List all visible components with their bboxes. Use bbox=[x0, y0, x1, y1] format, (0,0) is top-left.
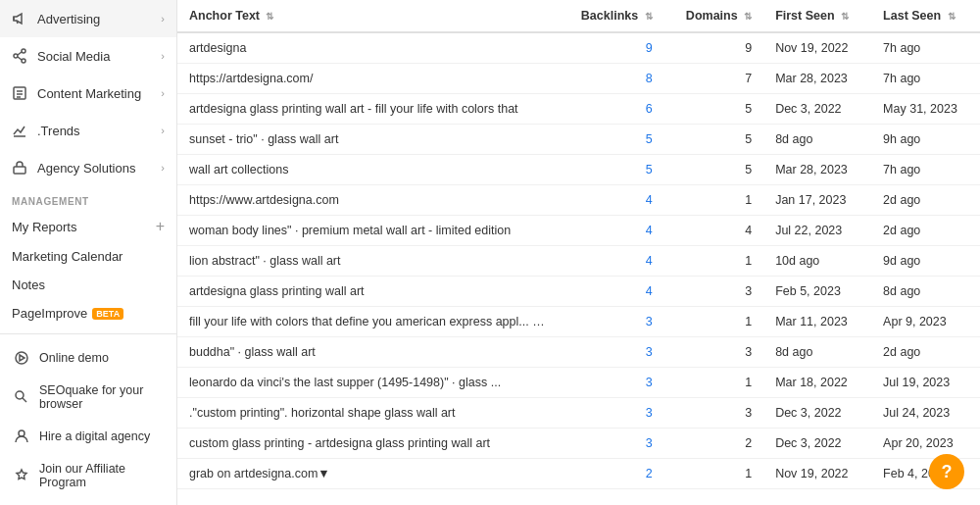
cell-first-seen: Nov 19, 2022 bbox=[763, 32, 871, 64]
sidebar-item-advertising[interactable]: Advertising › bbox=[0, 0, 176, 37]
table-row[interactable]: grab on artdesigna.com▼21Nov 19, 2022Feb… bbox=[177, 459, 980, 489]
cell-first-seen: 8d ago bbox=[763, 125, 871, 155]
sidebar-item-affiliate[interactable]: Join our Affiliate Program bbox=[0, 454, 176, 497]
cell-domains: 1 bbox=[664, 459, 763, 489]
table-row[interactable]: woman body lines" · premium metal wall a… bbox=[177, 216, 980, 246]
cell-anchor-text: wall art collections bbox=[177, 155, 559, 185]
cell-domains: 1 bbox=[664, 246, 763, 277]
sidebar-item-hire-agency[interactable]: Hire a digital agency bbox=[0, 419, 176, 454]
sidebar-item-social-media[interactable]: Social Media › bbox=[0, 37, 176, 75]
sidebar-item-seoquake[interactable]: SEOquake for your browser bbox=[0, 376, 176, 419]
col-last-seen[interactable]: Last Seen ⇅ bbox=[871, 0, 980, 32]
cell-domains: 2 bbox=[664, 429, 763, 459]
cell-first-seen: Mar 11, 2023 bbox=[763, 307, 871, 337]
table-row[interactable]: artdesigna glass printing wall art - fil… bbox=[177, 94, 980, 125]
content-icon bbox=[10, 83, 29, 103]
marketing-calendar-label: Marketing Calendar bbox=[12, 249, 122, 264]
cell-domains: 5 bbox=[664, 94, 763, 125]
cell-domains: 3 bbox=[664, 337, 763, 368]
cell-backlinks: 3 bbox=[559, 429, 664, 459]
hire-agency-label: Hire a digital agency bbox=[39, 429, 150, 443]
sidebar-item-custom-db[interactable]: Order custom database or report bbox=[0, 497, 176, 505]
add-report-icon[interactable]: + bbox=[156, 218, 165, 235]
cell-domains: 1 bbox=[664, 307, 763, 337]
sidebar-item-online-demo[interactable]: Online demo bbox=[0, 340, 176, 376]
table-row[interactable]: artdesigna99Nov 19, 20227h ago bbox=[177, 32, 980, 64]
table-body: artdesigna99Nov 19, 20227h agohttps://ar… bbox=[177, 32, 980, 489]
cell-backlinks: 5 bbox=[559, 155, 664, 185]
cell-first-seen: Mar 18, 2022 bbox=[763, 368, 871, 398]
cell-first-seen: Nov 19, 2022 bbox=[763, 459, 871, 489]
cell-last-seen: 9h ago bbox=[871, 125, 980, 155]
table-row[interactable]: https://www.artdesigna.com41Jan 17, 2023… bbox=[177, 185, 980, 216]
sidebar-item-social-media-label: Social Media bbox=[37, 49, 110, 64]
chevron-right-icon: › bbox=[161, 125, 165, 136]
sidebar-item-trends[interactable]: .Trends › bbox=[0, 112, 176, 149]
sidebar-item-advertising-label: Advertising bbox=[37, 12, 100, 26]
cell-last-seen: 2d ago bbox=[871, 337, 980, 368]
trends-icon bbox=[10, 121, 29, 140]
cell-first-seen: Mar 28, 2023 bbox=[763, 155, 871, 185]
cell-domains: 3 bbox=[664, 277, 763, 307]
cell-first-seen: Dec 3, 2022 bbox=[763, 429, 871, 459]
cell-backlinks: 5 bbox=[559, 125, 664, 155]
pageimprove-label: PageImprove bbox=[12, 306, 87, 321]
col-backlinks-label: Backlinks bbox=[581, 9, 638, 23]
sort-backlinks-icon: ⇅ bbox=[645, 11, 653, 22]
megaphone-icon bbox=[10, 9, 29, 28]
cell-last-seen: May 31, 2023 bbox=[871, 94, 980, 125]
chevron-right-icon: › bbox=[161, 87, 165, 99]
cell-backlinks: 4 bbox=[559, 185, 664, 216]
table-row[interactable]: artdesigna glass printing wall art43Feb … bbox=[177, 277, 980, 307]
cell-first-seen: Mar 28, 2023 bbox=[763, 64, 871, 94]
cell-backlinks: 4 bbox=[559, 216, 664, 246]
table-row[interactable]: leonardo da vinci's the last supper (149… bbox=[177, 368, 980, 398]
col-anchor-text[interactable]: Anchor Text ⇅ bbox=[177, 0, 559, 32]
cell-last-seen: 2d ago bbox=[871, 216, 980, 246]
social-icon bbox=[10, 46, 29, 66]
cell-anchor-text: https://artdesigna.com/ bbox=[177, 64, 559, 94]
cell-anchor-text: sunset - trio" · glass wall art bbox=[177, 125, 559, 155]
sidebar-item-marketing-calendar[interactable]: Marketing Calendar bbox=[0, 242, 176, 271]
cell-first-seen: Dec 3, 2022 bbox=[763, 398, 871, 429]
sidebar-item-notes[interactable]: Notes bbox=[0, 271, 176, 299]
table-row[interactable]: https://artdesigna.com/87Mar 28, 20237h … bbox=[177, 64, 980, 94]
cell-last-seen: 7h ago bbox=[871, 155, 980, 185]
table-row[interactable]: buddha" · glass wall art338d ago2d ago bbox=[177, 337, 980, 368]
cell-backlinks: 8 bbox=[559, 64, 664, 94]
cell-first-seen: 8d ago bbox=[763, 337, 871, 368]
sidebar-item-content-marketing[interactable]: Content Marketing › bbox=[0, 75, 176, 112]
svg-line-5 bbox=[18, 57, 22, 60]
col-backlinks[interactable]: Backlinks ⇅ bbox=[559, 0, 664, 32]
cell-first-seen: Jan 17, 2023 bbox=[763, 185, 871, 216]
help-button[interactable]: ? bbox=[929, 454, 964, 489]
sidebar-item-my-reports[interactable]: My Reports + bbox=[0, 211, 176, 242]
sidebar-item-agency-solutions[interactable]: Agency Solutions › bbox=[0, 149, 176, 186]
sidebar-item-pageimprove[interactable]: PageImprove Beta bbox=[0, 299, 176, 328]
col-domains-label: Domains bbox=[686, 9, 738, 23]
cell-domains: 1 bbox=[664, 368, 763, 398]
col-domains[interactable]: Domains ⇅ bbox=[664, 0, 763, 32]
cell-first-seen: 10d ago bbox=[763, 246, 871, 277]
chevron-right-icon: › bbox=[161, 50, 165, 62]
cell-backlinks: 3 bbox=[559, 398, 664, 429]
svg-point-3 bbox=[22, 59, 25, 63]
table-row[interactable]: wall art collections55Mar 28, 20237h ago bbox=[177, 155, 980, 185]
svg-rect-11 bbox=[14, 167, 25, 174]
table-row[interactable]: custom glass printing - artdesigna glass… bbox=[177, 429, 980, 459]
table-row[interactable]: sunset - trio" · glass wall art558d ago9… bbox=[177, 125, 980, 155]
cell-anchor-text: woman body lines" · premium metal wall a… bbox=[177, 216, 559, 246]
table-row[interactable]: lion abstract" · glass wall art4110d ago… bbox=[177, 246, 980, 277]
demo-icon bbox=[12, 348, 31, 368]
col-last-seen-label: Last Seen bbox=[883, 9, 941, 23]
cell-last-seen: 8d ago bbox=[871, 277, 980, 307]
cell-domains: 4 bbox=[664, 216, 763, 246]
cell-backlinks: 4 bbox=[559, 277, 664, 307]
sort-last-seen-icon: ⇅ bbox=[948, 11, 956, 22]
cell-domains: 5 bbox=[664, 155, 763, 185]
table-row[interactable]: ."custom printing". horizontal shape gla… bbox=[177, 398, 980, 429]
cell-last-seen: 7h ago bbox=[871, 64, 980, 94]
table-row[interactable]: fill your life with colors that define y… bbox=[177, 307, 980, 337]
svg-marker-13 bbox=[20, 355, 24, 361]
col-first-seen[interactable]: First Seen ⇅ bbox=[763, 0, 871, 32]
